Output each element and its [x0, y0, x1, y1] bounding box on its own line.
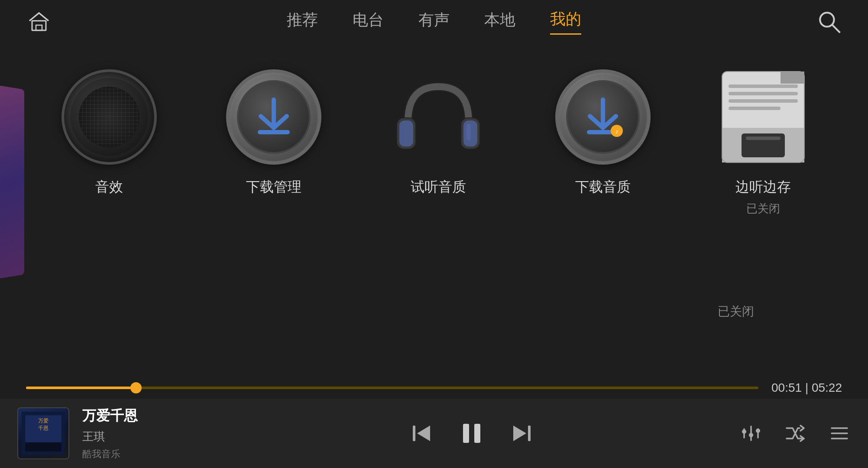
svg-rect-22	[781, 72, 804, 84]
trial-quality-icon	[391, 69, 486, 165]
cache-while-listen-sublabel: 已关闭	[746, 201, 780, 216]
nav-item-recommend[interactable]: 推荐	[287, 10, 318, 34]
progress-fill	[26, 387, 136, 389]
download-arrow-svg	[252, 95, 295, 139]
home-button[interactable]	[26, 9, 52, 35]
track-info: 万爱千恩 王琪 酷我音乐	[82, 406, 204, 461]
shuffle-button[interactable]	[784, 422, 806, 445]
nav-item-mine[interactable]: 我的	[550, 9, 581, 35]
album-strip	[0, 84, 24, 280]
album-art-svg: 万爱 千恩	[17, 412, 69, 455]
svg-rect-10	[466, 124, 471, 141]
album-thumb-inner: 万爱 千恩	[18, 408, 68, 458]
player-controls	[217, 420, 727, 446]
progress-section: 00:51 | 05:22	[0, 377, 868, 399]
cache-closed-label: 已关闭	[688, 303, 784, 320]
progress-bar[interactable]	[26, 387, 758, 389]
next-button[interactable]	[511, 422, 533, 445]
player-right-controls	[740, 422, 851, 445]
headphones-svg	[391, 69, 486, 165]
speaker-inner	[70, 78, 148, 156]
svg-text:千恩: 千恩	[38, 425, 49, 431]
svg-point-44	[756, 429, 760, 433]
floppy-svg	[720, 69, 806, 165]
svg-rect-24	[722, 158, 804, 162]
svg-rect-32	[25, 442, 61, 452]
album-strip-container	[0, 87, 35, 277]
download-manager-label: 下载管理	[246, 178, 301, 197]
cache-while-listen-label: 边听边存	[735, 178, 791, 197]
trial-quality-item[interactable]: 试听音质	[391, 69, 486, 197]
search-button[interactable]	[816, 9, 842, 35]
icons-section: 音效 下载管理	[0, 43, 868, 216]
svg-rect-7	[399, 120, 413, 146]
svg-line-3	[832, 25, 840, 32]
sound-effects-label: 音效	[95, 178, 123, 197]
sound-effects-icon	[62, 69, 157, 165]
nav-links: 推荐 电台 有声 本地 我的	[52, 9, 816, 35]
dq-download-inner: ♪	[566, 80, 640, 154]
svg-rect-17	[722, 113, 804, 128]
playlist-button[interactable]	[828, 422, 851, 445]
speaker-grid	[79, 87, 139, 147]
nav-item-radio[interactable]: 电台	[353, 10, 384, 34]
cache-while-listen-item[interactable]: 边听边存 已关闭	[720, 69, 806, 216]
svg-point-42	[749, 433, 753, 437]
track-artist: 王琪	[82, 429, 204, 444]
download-quality-arrow-svg: ♪	[581, 95, 625, 139]
nav-item-local[interactable]: 本地	[484, 10, 515, 34]
svg-point-2	[820, 13, 834, 26]
svg-rect-1	[36, 25, 42, 30]
equalizer-button[interactable]	[740, 422, 762, 445]
svg-rect-21	[729, 107, 781, 110]
svg-rect-20	[729, 99, 798, 103]
time-display: 00:51 | 05:22	[771, 381, 842, 395]
player-bar: 万爱 千恩 万爱千恩 王琪 酷我音乐	[0, 399, 868, 468]
track-source: 酷我音乐	[82, 448, 204, 461]
sound-effects-item[interactable]: 音效	[62, 69, 157, 197]
svg-rect-33	[413, 426, 415, 441]
trial-quality-label: 试听音质	[411, 178, 466, 197]
svg-rect-37	[528, 426, 531, 441]
svg-rect-36	[474, 424, 480, 443]
album-thumbnail[interactable]: 万爱 千恩	[17, 407, 69, 459]
download-manager-item[interactable]: 下载管理	[226, 69, 321, 197]
svg-rect-26	[746, 136, 781, 140]
download-inner	[237, 80, 311, 154]
download-manager-icon	[226, 69, 321, 165]
svg-rect-19	[729, 92, 798, 95]
svg-text:万爱: 万爱	[38, 418, 49, 423]
download-quality-icon: ♪	[555, 69, 651, 165]
top-nav: 推荐 电台 有声 本地 我的	[0, 0, 868, 43]
svg-rect-18	[729, 84, 798, 88]
play-pause-button[interactable]	[459, 420, 485, 446]
svg-marker-34	[417, 426, 430, 441]
nav-item-audio[interactable]: 有声	[418, 10, 450, 34]
svg-marker-38	[513, 426, 526, 441]
progress-thumb	[130, 382, 142, 393]
svg-text:♪: ♪	[615, 128, 619, 135]
track-title: 万爱千恩	[82, 406, 204, 426]
svg-point-40	[742, 429, 746, 434]
download-quality-label: 下载音质	[575, 178, 631, 197]
prev-button[interactable]	[410, 422, 433, 445]
svg-rect-35	[463, 424, 469, 443]
floppy-container	[720, 69, 806, 165]
download-quality-item[interactable]: ♪ 下载音质	[555, 69, 651, 197]
